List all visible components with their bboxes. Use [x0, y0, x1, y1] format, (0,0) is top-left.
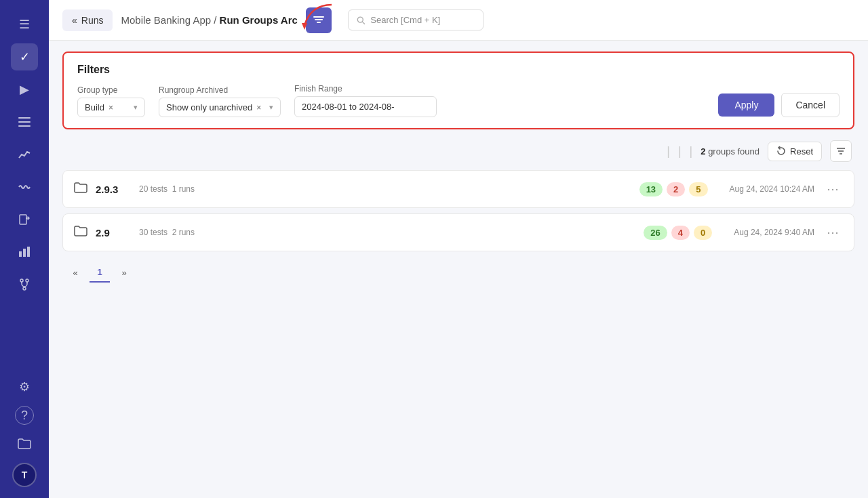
group-type-filter: Group type Build × ▾ — [77, 85, 145, 117]
prev-page-button[interactable]: « — [65, 262, 85, 283]
chart-wave-icon[interactable] — [11, 173, 38, 201]
results-count-number: 2 — [701, 146, 705, 157]
run-groups-list: 2.9.3 20 tests 1 runs 13 2 5 Aug 24, 202… — [62, 170, 854, 251]
badge-red: 4 — [671, 226, 690, 240]
main-content: « Runs Mobile Banking App / Run Groups A… — [49, 0, 868, 498]
rungroup-archived-clear[interactable]: × — [256, 103, 261, 112]
results-bar: | | | 2 groups found Reset — [62, 140, 854, 162]
runs-button[interactable]: « Runs — [62, 9, 113, 31]
svg-line-12 — [363, 22, 365, 24]
filters-title: Filters — [77, 64, 840, 76]
reset-button[interactable]: Reset — [768, 142, 822, 161]
group-type-clear[interactable]: × — [108, 103, 113, 112]
folder-row-icon — [74, 226, 87, 240]
cancel-button[interactable]: Cancel — [781, 93, 840, 117]
chart-line-icon[interactable] — [11, 141, 38, 168]
rungroup-archived-label: Rungroup Archived — [159, 85, 281, 95]
group-type-chevron-icon: ▾ — [134, 103, 138, 112]
bar-chart-icon[interactable] — [11, 238, 38, 266]
finish-range-label: Finish Range — [294, 84, 437, 94]
badge-red: 2 — [667, 182, 685, 196]
filters-actions: Apply Cancel — [718, 93, 840, 117]
rungroup-archived-value: Show only unarchived — [166, 102, 252, 112]
help-icon[interactable]: ? — [15, 406, 34, 425]
group-date: Aug 24, 2024 10:24 AM — [730, 184, 814, 194]
apply-button[interactable]: Apply — [718, 94, 774, 117]
svg-rect-3 — [20, 215, 26, 224]
play-icon[interactable]: ▶ — [11, 76, 38, 103]
badge-green: 13 — [639, 182, 663, 196]
sort-icon — [836, 146, 846, 156]
avatar[interactable]: T — [12, 463, 37, 487]
group-type-value: Build — [85, 102, 104, 112]
finish-range-filter: Finish Range — [294, 84, 437, 117]
svg-point-9 — [23, 287, 26, 290]
search-box[interactable] — [348, 9, 484, 30]
separator-2: | — [678, 144, 682, 159]
folder-row-icon — [74, 182, 87, 196]
svg-point-7 — [20, 279, 23, 282]
search-icon — [357, 16, 365, 25]
svg-rect-6 — [27, 247, 30, 257]
page-1-button[interactable]: 1 — [90, 262, 110, 283]
badges: 26 4 0 — [644, 226, 712, 240]
results-count: 2 groups found — [701, 146, 760, 157]
group-name[interactable]: 2.9 — [96, 227, 130, 238]
badges: 13 2 5 — [639, 182, 708, 196]
list-icon[interactable] — [11, 108, 38, 136]
breadcrumb-project: Mobile Banking App — [121, 14, 211, 26]
runs-label: Runs — [81, 15, 104, 26]
table-row: 2.9 30 tests 2 runs 26 4 0 Aug 24, 2024 … — [62, 213, 854, 251]
badge-yellow: 0 — [694, 226, 712, 240]
reset-label: Reset — [790, 146, 813, 157]
filters-row: Group type Build × ▾ Rungroup Archived S… — [77, 84, 840, 117]
svg-marker-10 — [302, 23, 307, 30]
runs-back-icon: « — [72, 15, 77, 26]
svg-rect-4 — [19, 251, 22, 257]
settings-icon[interactable]: ⚙ — [11, 373, 38, 400]
search-input[interactable] — [370, 15, 475, 25]
menu-icon[interactable]: ☰ — [11, 11, 38, 38]
rungroup-archived-select[interactable]: Show only unarchived × ▾ — [159, 98, 281, 117]
svg-rect-5 — [23, 249, 26, 257]
table-row: 2.9.3 20 tests 1 runs 13 2 5 Aug 24, 202… — [62, 170, 854, 208]
svg-rect-2 — [18, 125, 31, 127]
group-meta: 30 tests 2 runs — [139, 228, 195, 237]
group-type-select[interactable]: Build × ▾ — [77, 98, 145, 117]
svg-rect-0 — [18, 117, 31, 119]
badge-yellow: 5 — [689, 182, 707, 196]
header: « Runs Mobile Banking App / Run Groups A… — [49, 0, 868, 41]
filters-panel: Filters Group type Build × ▾ Rungroup Ar… — [62, 51, 854, 129]
separator-1: | — [667, 144, 670, 159]
export-icon[interactable] — [11, 206, 38, 233]
breadcrumb-sep: / — [214, 14, 219, 26]
more-button[interactable]: ⋯ — [823, 180, 843, 198]
svg-point-8 — [26, 279, 28, 282]
next-page-button[interactable]: » — [114, 262, 134, 283]
breadcrumb: Mobile Banking App / Run Groups Arc — [121, 14, 297, 26]
reset-icon — [776, 146, 786, 156]
rungroup-archived-chevron-icon: ▾ — [269, 103, 273, 112]
group-meta: 20 tests 1 runs — [139, 184, 195, 194]
svg-point-11 — [357, 17, 363, 22]
separator-3: | — [690, 144, 693, 159]
finish-range-input[interactable] — [294, 96, 437, 117]
fork-icon[interactable] — [11, 271, 38, 298]
check-icon[interactable]: ✓ — [11, 43, 38, 70]
sort-button[interactable] — [830, 140, 852, 162]
breadcrumb-page: Run Groups Arc — [220, 14, 298, 26]
group-type-label: Group type — [77, 85, 145, 95]
group-date: Aug 24, 2024 9:40 AM — [734, 228, 814, 237]
badge-green: 26 — [644, 226, 667, 240]
content-area: Filters Group type Build × ▾ Rungroup Ar… — [49, 41, 868, 498]
folder-nav-icon[interactable] — [11, 430, 38, 457]
sidebar: ☰ ✓ ▶ ⚙ ? T — [0, 0, 49, 498]
more-button[interactable]: ⋯ — [823, 224, 843, 241]
pagination: « 1 » — [62, 262, 854, 283]
rungroup-archived-filter: Rungroup Archived Show only unarchived ×… — [159, 85, 281, 117]
group-name[interactable]: 2.9.3 — [96, 184, 130, 195]
svg-rect-1 — [18, 121, 31, 123]
